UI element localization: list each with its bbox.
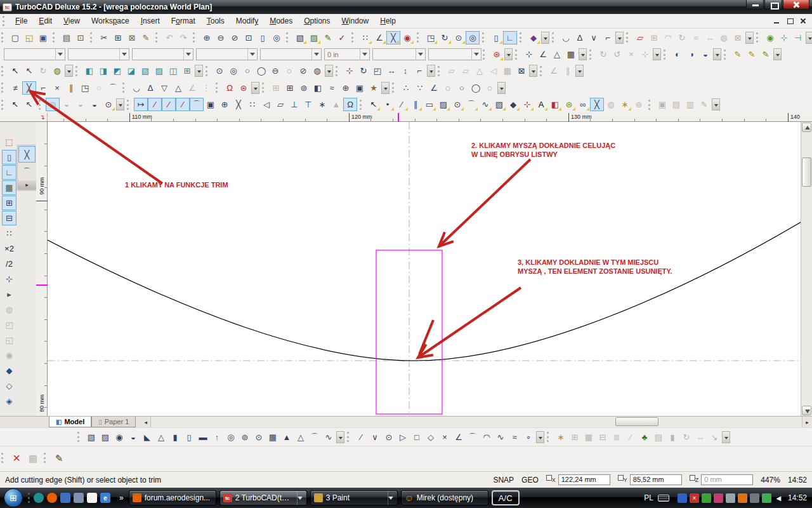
volume-tray-icon[interactable]: ◀ <box>774 493 783 503</box>
rotate-copy-icon[interactable]: ▱ <box>459 64 473 77</box>
chamfer-icon[interactable]: ∠ <box>185 81 199 95</box>
ucs-table-icon[interactable]: ▦ <box>564 48 578 61</box>
sketch-on-face-icon[interactable]: ✎ <box>731 48 745 61</box>
polyline-edit-icon[interactable]: ∆ <box>573 31 587 44</box>
save-icon[interactable]: ▣ <box>36 31 50 44</box>
mirror-3d-icon[interactable]: ◁ <box>487 64 501 77</box>
pick-pen-icon[interactable]: ✎ <box>321 31 335 44</box>
circle-tan-line-icon[interactable]: ⊖ <box>268 64 282 77</box>
grid-half-icon[interactable]: /2 <box>2 257 16 271</box>
array-linear-icon[interactable]: ⊞ <box>283 81 297 95</box>
fit-view-icon[interactable]: ⊠ <box>514 64 528 77</box>
shrink-extend-icon[interactable]: ∥ <box>64 81 78 95</box>
array-insert-icon[interactable]: ⊟ <box>596 431 610 444</box>
toolbar-overflow-button[interactable] <box>541 32 549 44</box>
toolbar-overflow-button[interactable] <box>325 65 333 77</box>
bezier-icon[interactable]: ≈ <box>508 431 521 444</box>
snap-arc-center-icon[interactable]: ⌒ <box>190 98 204 111</box>
updates-tray-icon[interactable] <box>702 493 711 503</box>
menu-help[interactable]: Help <box>374 15 402 27</box>
rectangle-tool-icon[interactable]: ▭ <box>422 98 436 111</box>
pattern-3d-icon[interactable]: ▦ <box>501 64 514 77</box>
color-bucket-icon[interactable]: ◉ <box>400 31 414 44</box>
transform-copy-icon[interactable]: ▱ <box>445 64 459 77</box>
node-edit-2d-icon[interactable]: ∘ <box>521 431 535 444</box>
toolbar-overflow-button[interactable] <box>773 48 782 60</box>
ellipse-icon[interactable]: ⊘ <box>296 64 310 77</box>
select-icon[interactable]: ↖ <box>8 64 22 77</box>
circle-2d-icon[interactable]: ⊙ <box>382 431 396 444</box>
arc-tool-icon[interactable]: ⌒ <box>464 98 478 111</box>
extrude-icon[interactable]: ↑ <box>210 431 224 444</box>
polyline-node-icon[interactable]: ∨ <box>587 31 601 44</box>
render-flat-icon[interactable]: ◒ <box>74 98 88 111</box>
view-back-icon[interactable]: ◨ <box>96 64 110 77</box>
ucs-local-icon[interactable]: ∠ <box>536 48 550 61</box>
zoom-window-icon[interactable]: ⊡ <box>242 31 256 44</box>
close-button[interactable] <box>783 0 809 10</box>
snap-grid-icon[interactable]: ∷ <box>246 98 259 111</box>
toolbar-overflow-button[interactable] <box>65 65 73 77</box>
align-nodes-icon[interactable]: ⊣ <box>791 31 805 44</box>
fit-scale-icon[interactable]: ⊠ <box>731 31 745 44</box>
render-sphere-4-icon[interactable]: ◉ <box>2 348 16 363</box>
internet-explorer-icon[interactable]: e <box>100 493 110 503</box>
select-icon[interactable]: ↖ <box>8 98 22 111</box>
menu-file[interactable]: File <box>10 15 33 27</box>
magnetic-point-icon[interactable]: Ω <box>343 98 357 111</box>
menu-modify[interactable]: Modify <box>230 15 264 27</box>
snap-vertex-icon[interactable]: ∕ <box>148 98 162 111</box>
multiline-icon[interactable]: × <box>438 431 452 444</box>
restore-button[interactable] <box>764 0 782 10</box>
pattern-icon[interactable]: ⊞ <box>647 31 661 44</box>
combo-dropdown-icon[interactable] <box>55 49 65 60</box>
zoom-extents-icon[interactable]: ◎ <box>270 31 284 44</box>
menu-grip[interactable] <box>3 16 6 26</box>
view-iso-se-icon[interactable]: ◫ <box>166 64 180 77</box>
text-tool-icon[interactable]: A <box>534 98 548 111</box>
undo-icon[interactable]: ↶ <box>162 31 176 44</box>
taskbar-button-2-turbocad-tm-[interactable]: tc2 TurboCAD(tm... <box>219 490 307 505</box>
toolbar-overflow-button[interactable] <box>575 65 584 77</box>
line-tool-icon[interactable]: ∕ <box>395 98 409 111</box>
vertical-scroll-thumb[interactable] <box>802 157 811 187</box>
view-top-icon[interactable]: ▧ <box>138 64 152 77</box>
property-combo-6[interactable] <box>372 48 426 60</box>
cut-icon[interactable]: ✂ <box>97 31 111 44</box>
render-wireframe-icon[interactable]: ◍ <box>46 98 60 111</box>
task-dropdown-icon[interactable] <box>297 491 303 505</box>
menu-modes[interactable]: Modes <box>264 15 298 27</box>
taskbar-button-3-paint[interactable]: 3 Paint <box>310 490 398 505</box>
offset-cylinder-icon[interactable]: ▯ <box>182 431 196 444</box>
render-sphere-2-icon[interactable]: ◰ <box>2 318 16 332</box>
fillet-arc-icon[interactable]: ◡ <box>559 31 573 44</box>
point-tool-icon[interactable]: • <box>381 98 395 111</box>
rotate-view-icon[interactable]: ↻ <box>357 64 370 77</box>
tab-model[interactable]: ◧Model <box>49 417 91 427</box>
box-3d-icon[interactable]: ▧ <box>492 98 506 111</box>
menu-insert[interactable]: Insert <box>135 15 166 27</box>
pan-icon[interactable]: ⊹ <box>343 64 357 77</box>
snap-cone-icon[interactable]: ▲ <box>329 98 343 111</box>
rotate-object-icon[interactable]: ↻ <box>679 431 693 444</box>
window-switcher-icon[interactable] <box>74 493 84 503</box>
menu-format[interactable]: Format <box>166 15 201 27</box>
cross-trim-icon[interactable]: × <box>50 81 64 95</box>
construction-circle-2-icon[interactable]: ○ <box>455 81 469 95</box>
spark-tool-icon[interactable]: ∗ <box>554 431 568 444</box>
property-combo-5[interactable]: 0 in <box>324 48 370 60</box>
dim-object-icon[interactable]: ↔ <box>693 431 707 444</box>
tab-scroll-left-icon[interactable]: ◂ <box>141 417 151 427</box>
new-page-icon[interactable]: ▯ <box>489 31 503 44</box>
tree-object-icon[interactable]: ♣ <box>638 431 652 444</box>
camera-icon[interactable]: ⊙ <box>452 31 466 44</box>
network-status-tray-icon[interactable] <box>750 493 759 503</box>
array-path-icon[interactable]: ≈ <box>325 81 339 95</box>
zoom-previous-icon[interactable]: ⊘ <box>228 31 242 44</box>
x-coordinate-field[interactable]: 122,24 mm <box>558 474 610 485</box>
point-divide-icon[interactable]: ∵ <box>413 81 427 95</box>
start-button[interactable]: ⊞ <box>4 488 23 507</box>
free-rotate-icon[interactable]: ⊹ <box>638 48 652 61</box>
torus-icon[interactable]: ◎ <box>224 431 238 444</box>
snap-aperture-icon[interactable]: ◁ <box>259 98 273 111</box>
